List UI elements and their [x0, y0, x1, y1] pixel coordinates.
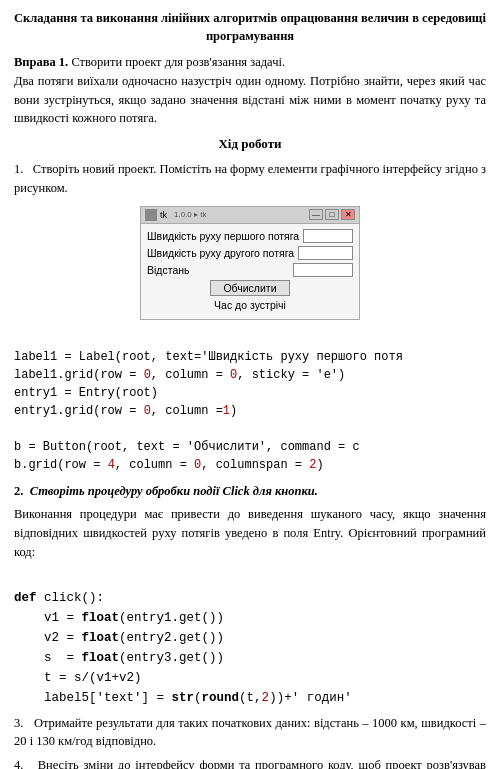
tk-row-3: Відстань: [147, 263, 353, 277]
title-block: Складання та виконання лінійних алгоритм…: [14, 10, 486, 45]
step3-number: 3.: [14, 716, 23, 730]
exercise-label: Вправа 1.: [14, 55, 68, 69]
def-line5: t = s/(v1+v2): [14, 671, 142, 685]
tk-titlebar-left: tk 1.0.0 ▸ tk: [145, 209, 206, 221]
def-code-block: def click(): v1 = float(entry1.get()) v2…: [14, 568, 486, 708]
tk-row-2: Швидкість руху другого потяга: [147, 246, 353, 260]
step4-number: 4.: [14, 758, 23, 769]
code1-line3: entry1 = Entry(root): [14, 386, 158, 400]
tk-compute-button[interactable]: Обчислити: [210, 280, 289, 296]
step2-text: Створіть процедуру обробки події Click д…: [30, 484, 318, 498]
tk-label2: Швидкість руху другого потяга: [147, 247, 294, 259]
tk-close-button[interactable]: ✕: [341, 209, 355, 220]
step3-text: Отримайте результати для таких початкови…: [14, 716, 486, 749]
code1-line5: b = Button(root, text = 'Обчислити', com…: [14, 440, 360, 454]
code1-line1: label1 = Label(root, text='Швидкість рух…: [14, 350, 403, 364]
tk-icon: [145, 209, 157, 221]
tk-window: tk 1.0.0 ▸ tk — □ ✕ Швидкість руху першо…: [140, 206, 360, 320]
exercise-text: Створити проект для розв'язання задачі.: [68, 55, 285, 69]
tk-window-wrapper: tk 1.0.0 ▸ tk — □ ✕ Швидкість руху першо…: [14, 206, 486, 320]
tk-minimize-button[interactable]: —: [309, 209, 323, 220]
step4-block: 4. Внесіть зміни до інтерфейсу форми та …: [14, 756, 486, 769]
title-line2: програмування: [206, 29, 294, 43]
tk-row-1: Швидкість руху першого потяга: [147, 229, 353, 243]
step2-number: 2.: [14, 484, 23, 498]
tk-label5: Час до зустрічі: [147, 299, 353, 311]
step1-block: 1. Створіть новий проект. Помістіть на ф…: [14, 160, 486, 198]
tk-entry1[interactable]: [303, 229, 353, 243]
exercise-description: Два потяги виїхали одночасно назустріч о…: [14, 74, 486, 126]
step1-text: Створіть новий проект. Помістіть на форм…: [14, 162, 486, 195]
def-line6: label5['text'] = str(round(t,2))+' годин…: [14, 691, 352, 705]
tk-body: Швидкість руху першого потяга Швидкість …: [141, 224, 359, 319]
step4-text: Внесіть зміни до інтерфейсу форми та про…: [14, 758, 486, 769]
exercise-block: Вправа 1. Створити проект для розв'язанн…: [14, 53, 486, 128]
def-line1: def click():: [14, 591, 104, 605]
step2-description: Виконання процедури має привести до виве…: [14, 505, 486, 561]
code1-line2: label1.grid(row = 0, column = 0, sticky …: [14, 368, 345, 382]
tk-maximize-button[interactable]: □: [325, 209, 339, 220]
code-block-1: label1 = Label(root, text='Швидкість рух…: [14, 330, 486, 474]
code1-line6: b.grid(row = 4, column = 0, columnspan =…: [14, 458, 324, 472]
tk-titlebar: tk 1.0.0 ▸ tk — □ ✕: [141, 207, 359, 224]
step2-block: 2. Створіть процедуру обробки події Clic…: [14, 482, 486, 501]
step1-number: 1.: [14, 162, 23, 176]
code1-line4: entry1.grid(row = 0, column =1): [14, 404, 237, 418]
step3-block: 3. Отримайте результати для таких початк…: [14, 714, 486, 752]
tk-label1: Швидкість руху першого потяга: [147, 230, 299, 242]
def-line3: v2 = float(entry2.get()): [14, 631, 224, 645]
tk-button-row: Обчислити: [147, 280, 353, 296]
section-heading: Хід роботи: [14, 136, 486, 152]
tk-titlebar-buttons: — □ ✕: [309, 209, 355, 220]
def-line2: v1 = float(entry1.get()): [14, 611, 224, 625]
tk-title-info: 1.0.0 ▸ tk: [174, 210, 206, 219]
title-line1: Складання та виконання лінійних алгоритм…: [14, 11, 486, 25]
tk-title: tk: [160, 210, 167, 220]
tk-entry3[interactable]: [293, 263, 353, 277]
tk-label3: Відстань: [147, 264, 289, 276]
def-line4: s = float(entry3.get()): [14, 651, 224, 665]
tk-entry2[interactable]: [298, 246, 353, 260]
